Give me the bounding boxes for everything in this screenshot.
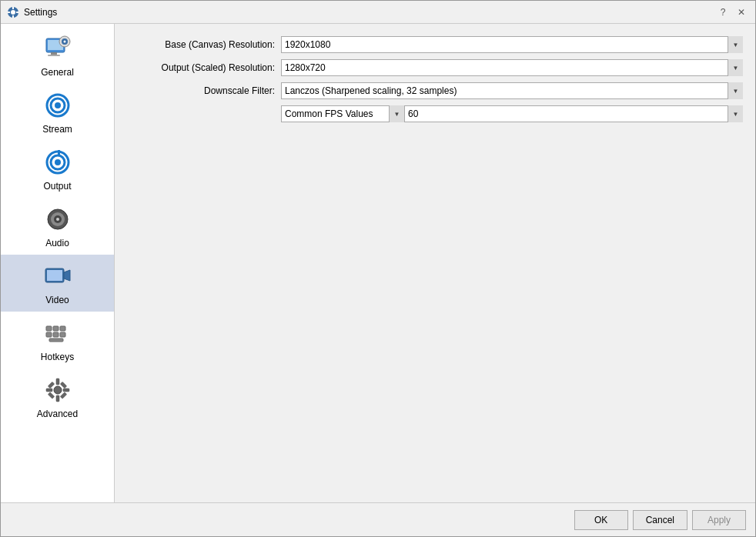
svg-rect-41	[48, 392, 54, 399]
sidebar: General Stream	[1, 24, 115, 502]
svg-point-12	[63, 41, 65, 43]
output-resolution-select[interactable]: 1280x720 1920x1080 854x480	[281, 59, 743, 76]
downscale-filter-wrapper: Lanczos (Sharpened scaling, 32 samples) …	[281, 82, 743, 99]
title-bar-left: Settings	[7, 6, 57, 18]
svg-rect-32	[60, 332, 65, 337]
fps-type-select[interactable]: Common FPS Values Integer FPS Value Frac…	[281, 105, 404, 122]
ok-button[interactable]: OK	[574, 510, 628, 530]
svg-rect-2	[12, 7, 14, 9]
svg-rect-37	[46, 389, 52, 392]
title-bar: Settings ? ✕	[1, 1, 755, 24]
cancel-button[interactable]: Cancel	[633, 510, 687, 530]
fps-row: Common FPS Values Integer FPS Value Frac…	[127, 105, 743, 122]
base-resolution-wrapper: 1920x1080 2560x1440 3840x2160 ▼	[281, 36, 743, 53]
svg-point-23	[56, 218, 59, 221]
svg-rect-36	[56, 395, 59, 402]
output-resolution-row: Output (Scaled) Resolution: 1280x720 192…	[127, 59, 743, 76]
sidebar-item-advanced[interactable]: Advanced	[1, 369, 114, 425]
video-settings-panel: Base (Canvas) Resolution: 1920x1080 2560…	[115, 24, 755, 502]
output-resolution-label: Output (Scaled) Resolution:	[127, 62, 281, 73]
svg-rect-31	[53, 332, 59, 337]
apply-button[interactable]: Apply	[692, 510, 746, 530]
sidebar-item-output[interactable]: Output	[1, 141, 114, 198]
base-resolution-label: Base (Canvas) Resolution:	[127, 39, 281, 50]
fps-value-select[interactable]: 60 59.94 50 30 29.97 25 24 23.976	[404, 105, 743, 122]
svg-point-34	[54, 386, 62, 394]
svg-rect-42	[60, 392, 66, 399]
svg-rect-39	[48, 382, 54, 388]
fps-type-wrapper: Common FPS Values Integer FPS Value Frac…	[281, 105, 404, 122]
sidebar-item-stream-label: Stream	[42, 124, 72, 135]
sidebar-item-hotkeys[interactable]: Hotkeys	[1, 312, 114, 369]
general-icon	[42, 33, 73, 64]
base-resolution-row: Base (Canvas) Resolution: 1920x1080 2560…	[127, 36, 743, 53]
sidebar-item-output-label: Output	[43, 181, 71, 192]
svg-rect-33	[49, 339, 63, 342]
footer: OK Cancel Apply	[1, 502, 755, 536]
svg-rect-28	[53, 326, 59, 331]
sidebar-item-stream[interactable]: Stream	[1, 84, 114, 141]
app-icon	[7, 6, 19, 18]
downscale-filter-label: Downscale Filter:	[127, 85, 281, 96]
svg-rect-35	[56, 379, 59, 385]
stream-icon	[42, 90, 73, 121]
svg-rect-30	[46, 332, 52, 337]
svg-point-15	[55, 102, 61, 108]
output-icon	[42, 147, 73, 178]
svg-rect-8	[51, 52, 57, 55]
svg-point-1	[11, 10, 15, 15]
svg-rect-9	[48, 55, 60, 56]
svg-rect-27	[46, 326, 52, 331]
svg-rect-38	[63, 389, 69, 392]
svg-marker-26	[64, 270, 70, 281]
audio-icon	[42, 204, 73, 235]
svg-point-18	[55, 159, 61, 165]
svg-rect-5	[16, 12, 18, 13]
sidebar-item-audio[interactable]: Audio	[1, 198, 114, 255]
settings-window: Settings ? ✕	[0, 0, 756, 537]
video-icon	[42, 261, 73, 292]
main-content-area: General Stream	[1, 24, 755, 502]
sidebar-item-general[interactable]: General	[1, 27, 114, 84]
sidebar-item-video[interactable]: Video	[1, 255, 114, 312]
svg-rect-3	[12, 15, 14, 18]
svg-rect-19	[58, 150, 60, 156]
svg-rect-25	[47, 270, 62, 281]
sidebar-item-general-label: General	[41, 67, 74, 78]
title-bar-controls: ? ✕	[715, 5, 749, 20]
svg-rect-40	[60, 382, 66, 388]
advanced-icon	[42, 375, 73, 405]
help-button[interactable]: ?	[715, 5, 731, 20]
base-resolution-select[interactable]: 1920x1080 2560x1440 3840x2160	[281, 36, 743, 53]
sidebar-item-video-label: Video	[45, 295, 69, 305]
fps-value-wrapper: 60 59.94 50 30 29.97 25 24 23.976 ▼	[404, 105, 743, 122]
hotkeys-icon	[42, 318, 73, 349]
sidebar-item-audio-label: Audio	[45, 238, 69, 248]
sidebar-item-hotkeys-label: Hotkeys	[41, 352, 74, 362]
window-title: Settings	[24, 7, 57, 18]
svg-rect-29	[60, 326, 65, 331]
output-resolution-wrapper: 1280x720 1920x1080 854x480 ▼	[281, 59, 743, 76]
downscale-filter-row: Downscale Filter: Lanczos (Sharpened sca…	[127, 82, 743, 99]
video-form: Base (Canvas) Resolution: 1920x1080 2560…	[127, 36, 743, 490]
sidebar-item-advanced-label: Advanced	[37, 409, 78, 419]
svg-rect-4	[8, 12, 10, 13]
downscale-filter-select[interactable]: Lanczos (Sharpened scaling, 32 samples) …	[281, 82, 743, 99]
close-button[interactable]: ✕	[734, 5, 749, 20]
